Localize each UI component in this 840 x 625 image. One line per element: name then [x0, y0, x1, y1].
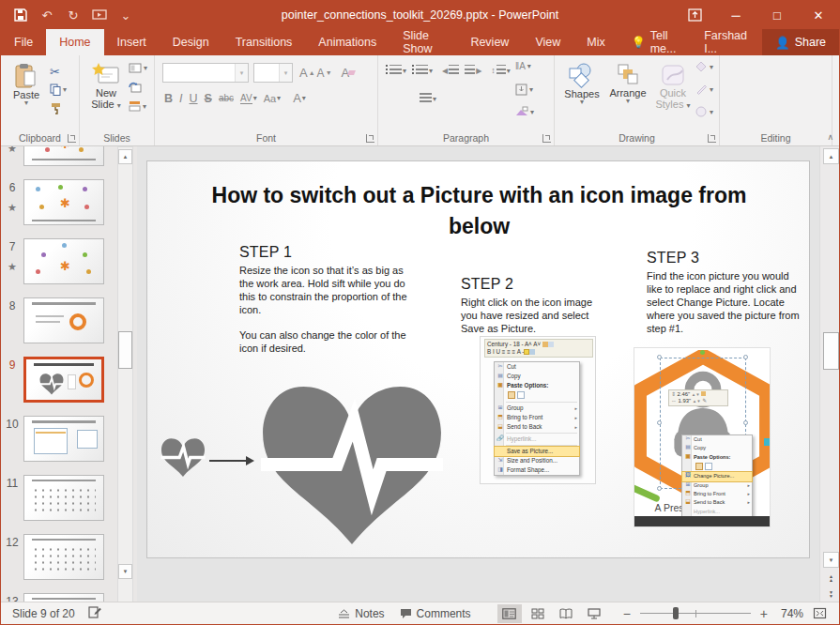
strikethrough-button[interactable]: S	[205, 92, 212, 105]
start-slideshow-icon[interactable]	[91, 7, 108, 23]
tab-file[interactable]: File	[1, 29, 46, 55]
font-size-combobox[interactable]: ▾	[253, 63, 293, 83]
decrease-indent-button[interactable]: ◀	[442, 65, 459, 76]
convert-smartart-button[interactable]: ▾	[515, 106, 534, 117]
fit-slide-to-window-button[interactable]	[807, 604, 832, 623]
tab-mix[interactable]: Mix	[573, 29, 618, 55]
comments-toggle[interactable]: Comments	[394, 605, 477, 622]
bullets-button[interactable]: ▾	[386, 65, 406, 76]
text-shadow-button[interactable]: abc	[219, 93, 234, 103]
clear-formatting-button[interactable]: A	[342, 66, 356, 80]
reading-view-button[interactable]	[554, 604, 578, 623]
zoom-slider[interactable]	[640, 613, 751, 615]
slide-editing-area[interactable]: How to switch out a Picture with an icon…	[146, 160, 810, 558]
text-direction-button[interactable]: ‖A▾	[515, 61, 531, 71]
cut-button[interactable]: ✂	[50, 65, 60, 79]
slide-thumbnail-5[interactable]: 5★ ✱	[1, 146, 112, 166]
slideshow-view-button[interactable]	[582, 604, 606, 623]
scroll-up-icon[interactable]: ▲	[823, 148, 839, 164]
customize-qat-icon[interactable]: ⌄	[117, 7, 134, 23]
slide-thumbnail-10[interactable]: 10	[1, 416, 112, 462]
zoom-out-button[interactable]: −	[623, 606, 631, 621]
slide-thumbnail-12[interactable]: 12	[1, 534, 112, 580]
zoom-in-button[interactable]: +	[760, 606, 768, 621]
slide-thumbnail-7[interactable]: 7★ ✱	[1, 238, 112, 284]
shape-effects-button[interactable]: ▾	[695, 106, 713, 117]
tab-transitions[interactable]: Transitions	[222, 29, 306, 55]
step1-textbox[interactable]: STEP 1 Resize the icon so that it’s as b…	[239, 244, 408, 355]
character-spacing-button[interactable]: AV▾	[240, 93, 257, 104]
drawing-dialog-launcher[interactable]	[708, 134, 716, 143]
new-slide-button[interactable]: NewSlide ▾	[85, 59, 127, 110]
step2-screenshot-picture[interactable]: Century - 18 - A˄ A˅ B I U ≡ ≡ ≡ A - ✂Cu…	[480, 336, 596, 484]
tab-home[interactable]: Home	[46, 29, 103, 55]
notes-toggle[interactable]: Notes	[332, 605, 389, 622]
italic-button[interactable]: I	[179, 92, 182, 105]
thumbnail-scroll-down-icon[interactable]: ▼	[118, 564, 132, 579]
arrange-button[interactable]: Arrange▾	[605, 59, 650, 104]
proofing-icon[interactable]	[88, 605, 102, 621]
zoom-percentage[interactable]: 74%	[771, 607, 803, 620]
tab-insert[interactable]: Insert	[104, 29, 160, 55]
main-vertical-scrollbar[interactable]: ▲ ▼ ▲▲ ▼▼	[819, 146, 840, 603]
slide-thumbnail-11[interactable]: 11	[1, 475, 112, 521]
maximize-button[interactable]: □	[756, 1, 798, 29]
shape-outline-button[interactable]: ▾	[695, 84, 713, 95]
change-case-button[interactable]: Aa▾	[264, 93, 281, 104]
shapes-button[interactable]: Shapes▾	[560, 59, 603, 105]
increase-font-size-button[interactable]: A▲	[299, 66, 315, 80]
slide-sorter-view-button[interactable]	[526, 604, 550, 623]
redo-icon[interactable]: ↻	[65, 7, 82, 23]
numbering-button[interactable]: ▾	[412, 65, 433, 76]
previous-slide-button[interactable]: ▲▲	[823, 571, 839, 585]
shape-fill-button[interactable]: ▾	[695, 61, 713, 72]
font-dialog-launcher[interactable]	[366, 134, 374, 143]
tab-slideshow[interactable]: Slide Show	[389, 29, 457, 55]
paste-button[interactable]: Paste▾	[7, 59, 46, 106]
save-icon[interactable]	[12, 7, 29, 23]
large-heart-pulse-icon[interactable]	[252, 377, 451, 548]
reset-button[interactable]	[129, 82, 142, 93]
step3-screenshot-picture[interactable]: ⇕ 2.46" ▲▼ ⇔ 1.93" ▲▼ ✎ A Presentation T…	[634, 347, 771, 527]
normal-view-button[interactable]	[497, 604, 522, 623]
tab-review[interactable]: Review	[457, 29, 522, 55]
arrow-icon[interactable]	[209, 457, 254, 465]
next-slide-button[interactable]: ▼▼	[823, 587, 839, 601]
undo-icon[interactable]: ↶	[38, 7, 55, 23]
thumbnail-scrollbar[interactable]: ▲ ▼	[117, 146, 133, 603]
slide-thumbnail-6[interactable]: 6★ ✱	[1, 179, 112, 225]
increase-indent-button[interactable]: ▶	[465, 65, 481, 76]
collapse-ribbon-icon[interactable]: ∧	[827, 132, 833, 142]
step3-textbox[interactable]: STEP 3 Find the icon picture you would l…	[647, 250, 804, 335]
font-name-combobox[interactable]: ▾	[162, 63, 249, 83]
decrease-font-size-button[interactable]: A▼	[317, 67, 332, 80]
format-painter-button[interactable]	[50, 102, 62, 114]
tab-view[interactable]: View	[522, 29, 573, 55]
layout-button[interactable]: ▾	[129, 63, 147, 73]
tab-tell-me[interactable]: 💡Tell me...	[619, 29, 691, 55]
font-color-button[interactable]: A▾	[293, 91, 306, 105]
tab-design[interactable]: Design	[160, 29, 222, 55]
thumbnail-scrollbar-thumb[interactable]	[118, 331, 132, 369]
bold-button[interactable]: B	[164, 92, 173, 105]
slide-thumbnail-9-selected[interactable]: 9	[1, 357, 112, 403]
minimize-button[interactable]: ─	[715, 1, 756, 29]
line-spacing-button[interactable]: ↕▾	[491, 65, 511, 76]
tab-animations[interactable]: Animations	[305, 29, 389, 55]
align-text-button[interactable]: ▾	[515, 84, 533, 96]
copy-button[interactable]: ▾	[50, 84, 67, 96]
clipboard-dialog-launcher[interactable]	[68, 134, 76, 143]
slide-title-textbox[interactable]: How to switch out a Picture with an icon…	[185, 180, 773, 242]
underline-button[interactable]: U	[190, 92, 198, 105]
slide-thumbnail-8[interactable]: 8	[1, 297, 112, 343]
scroll-down-icon[interactable]: ▼	[823, 552, 839, 568]
ribbon-display-options-icon[interactable]	[674, 1, 715, 29]
zoom-slider-thumb[interactable]	[673, 607, 679, 619]
columns-button[interactable]: ▾	[420, 93, 436, 104]
paragraph-dialog-launcher[interactable]	[542, 134, 551, 143]
small-heart-pulse-icon[interactable]	[160, 435, 206, 479]
step2-textbox[interactable]: STEP 2 Right click on the icon image you…	[461, 276, 611, 335]
scrollbar-thumb[interactable]	[823, 332, 839, 370]
section-button[interactable]: ▾	[129, 100, 146, 112]
account-name[interactable]: Farshad I...	[691, 29, 760, 55]
